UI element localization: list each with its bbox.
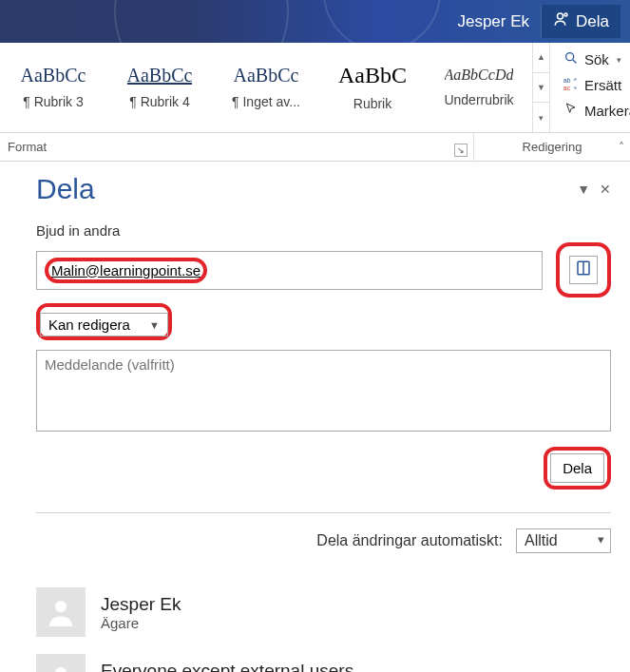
person-name: Jesper Ek [101, 594, 181, 615]
style-item[interactable]: AaBbCc ¶ Rubrik 4 [108, 45, 211, 130]
editing-label-text: Redigering [523, 140, 582, 154]
gallery-scroll-up[interactable]: ▲ [533, 43, 549, 73]
style-preview: AaBbCc [234, 66, 299, 85]
style-label: Underrubrik [444, 92, 513, 107]
divider [36, 512, 611, 513]
format-label-text: Format [8, 140, 47, 154]
share-title-label: Dela [576, 12, 609, 31]
invite-others-label: Bjud in andra [36, 222, 611, 239]
share-pane-title: Dela [36, 173, 95, 205]
gallery-scroll: ▲ ▼ ▾ [532, 43, 549, 132]
style-item[interactable]: AaBbCc ¶ Rubrik 3 [2, 45, 105, 130]
auto-share-row: Dela ändringar automatiskt: Alltid [36, 528, 611, 553]
cursor-icon [563, 102, 579, 120]
svg-text:ac: ac [563, 85, 571, 91]
svg-point-0 [558, 13, 563, 19]
style-item[interactable]: AaBbC Rubrik [321, 45, 424, 130]
replace-label: Ersätt [584, 77, 621, 93]
style-item[interactable]: AaBbCcDd Underrubrik [428, 45, 530, 130]
highlight-email: Malin@learningpoint.se [45, 258, 207, 283]
style-preview: AaBbCc [21, 66, 86, 85]
svg-point-6 [55, 601, 67, 612]
style-label: ¶ Rubrik 3 [23, 94, 84, 109]
editing-group-label: Redigering ˄ [474, 133, 630, 161]
chevron-down-icon: ▾ [617, 55, 621, 65]
style-preview: AaBbC [338, 64, 407, 86]
share-pane: Dela ▼ ✕ Bjud in andra Malin@learningpoi… [0, 162, 630, 672]
share-title-button[interactable]: Dela [541, 5, 620, 38]
avatar [36, 587, 86, 637]
address-book-button[interactable] [569, 256, 598, 284]
gallery-scroll-down[interactable]: ▼ [533, 73, 549, 104]
replace-icon: abac [563, 76, 579, 94]
format-group-label: Format ↘ [0, 133, 474, 161]
pane-menu-button[interactable]: ▼ [577, 182, 590, 197]
person-name: Everyone except external users [101, 661, 353, 673]
permission-dropdown[interactable]: Kan redigera ▼ [40, 313, 168, 336]
people-list: Jesper Ek Ägare Everyone except external… [36, 587, 611, 672]
share-pane-header: Dela ▼ ✕ [36, 173, 611, 205]
style-item[interactable]: AaBbCc ¶ Inget av... [215, 45, 317, 130]
invite-email-value: Malin@learningpoint.se [51, 262, 200, 278]
select-button[interactable]: Markera ▾ [560, 100, 630, 122]
format-dialog-launcher[interactable]: ↘ [454, 144, 468, 157]
svg-text:ab: ab [563, 77, 571, 84]
address-book-icon [575, 259, 592, 280]
find-button[interactable]: Sök ▾ [560, 48, 630, 70]
permission-value: Kan redigera [48, 317, 130, 333]
editing-group: Sök ▾ abac Ersätt Markera ▾ [550, 43, 630, 132]
share-button[interactable]: Dela [550, 453, 604, 483]
person-role: Ägare [101, 615, 181, 631]
auto-share-value: Alltid [525, 532, 558, 548]
highlight-addressbook [556, 242, 611, 298]
close-icon[interactable]: ✕ [600, 182, 611, 197]
invite-email-input[interactable]: Malin@learningpoint.se [36, 251, 543, 290]
svg-point-7 [55, 667, 67, 672]
style-preview: AaBbCc [127, 66, 193, 85]
message-textarea[interactable] [36, 350, 611, 432]
person-row[interactable]: Everyone except external users Kan visa [36, 654, 611, 672]
auto-share-select[interactable]: Alltid [516, 528, 611, 553]
style-label: ¶ Inget av... [232, 94, 300, 109]
avatar [36, 654, 86, 672]
style-label: Rubrik [353, 96, 391, 111]
title-bar: Jesper Ek Dela [0, 0, 630, 43]
find-label: Sök [584, 51, 609, 67]
ribbon: AaBbCc ¶ Rubrik 3 AaBbCc ¶ Rubrik 4 AaBb… [0, 43, 630, 133]
style-label: ¶ Rubrik 4 [129, 94, 190, 109]
auto-share-label: Dela ändringar automatiskt: [316, 532, 503, 549]
person-share-icon [553, 10, 570, 32]
gallery-expand[interactable]: ▾ [533, 103, 549, 132]
svg-point-2 [566, 53, 574, 61]
signed-in-user[interactable]: Jesper Ek [457, 12, 529, 31]
collapse-ribbon-button[interactable]: ˄ [619, 141, 624, 154]
select-label: Markera [584, 103, 630, 119]
ribbon-group-labels: Format ↘ Redigering ˄ [0, 133, 630, 162]
search-icon [563, 50, 579, 68]
style-preview: AaBbCcDd [445, 67, 514, 83]
replace-button[interactable]: abac Ersätt [560, 74, 630, 96]
svg-point-1 [564, 13, 567, 16]
person-row[interactable]: Jesper Ek Ägare [36, 587, 611, 637]
invite-row: Malin@learningpoint.se [36, 242, 611, 298]
styles-gallery: AaBbCc ¶ Rubrik 3 AaBbCc ¶ Rubrik 4 AaBb… [0, 43, 550, 132]
chevron-down-icon: ▼ [149, 319, 160, 331]
